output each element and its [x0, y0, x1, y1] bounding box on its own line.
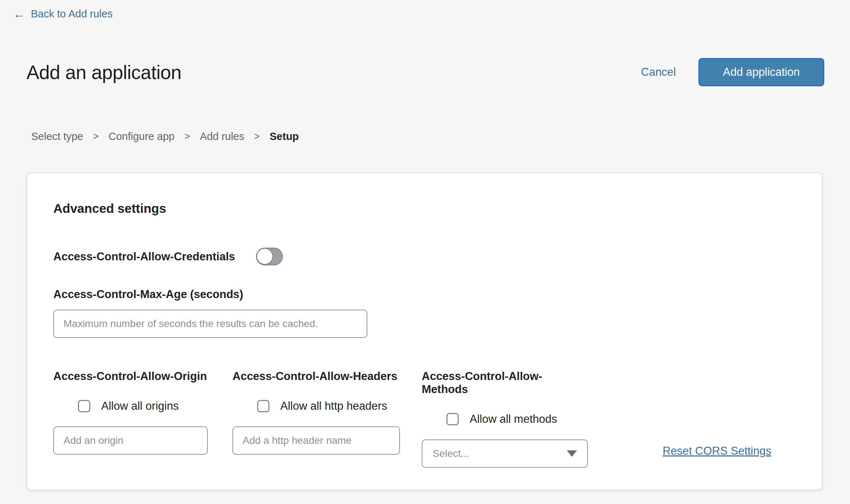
breadcrumb-step-setup: Setup: [270, 131, 299, 142]
breadcrumb-separator: >: [93, 131, 99, 142]
max-age-input[interactable]: [53, 310, 367, 338]
allow-methods-label: Access-Control-Allow-Methods: [422, 370, 588, 396]
allow-all-methods-checkbox[interactable]: [446, 413, 459, 425]
methods-select[interactable]: Select...: [422, 439, 588, 468]
breadcrumb-step-configure-app[interactable]: Configure app: [108, 131, 174, 142]
breadcrumb-separator: >: [254, 131, 260, 142]
allow-all-origins-checkbox[interactable]: [78, 400, 90, 412]
add-application-button[interactable]: Add application: [698, 58, 824, 86]
chevron-down-icon: [567, 450, 577, 457]
breadcrumb: Select type > Configure app > Add rules …: [31, 131, 299, 142]
allow-credentials-field: Access-Control-Allow-Credentials: [53, 248, 797, 265]
card-content: Advanced settings Access-Control-Allow-C…: [53, 201, 797, 489]
add-header-input[interactable]: [232, 426, 400, 455]
allow-headers-column: Access-Control-Allow-Headers Allow all h…: [232, 370, 400, 468]
advanced-settings-heading: Advanced settings: [53, 201, 797, 216]
allow-credentials-label: Access-Control-Allow-Credentials: [53, 250, 235, 263]
back-arrow-icon: ←: [13, 8, 25, 20]
methods-select-value: Select...: [433, 448, 469, 459]
back-link-label: Back to Add rules: [31, 8, 113, 20]
back-to-add-rules-link[interactable]: ← Back to Add rules: [13, 8, 113, 20]
max-age-label: Access-Control-Max-Age (seconds): [53, 288, 797, 301]
allow-headers-label: Access-Control-Allow-Headers: [232, 370, 400, 383]
add-origin-input[interactable]: [53, 426, 208, 455]
allow-origin-label: Access-Control-Allow-Origin: [53, 370, 208, 383]
allow-all-origins-label: Allow all origins: [101, 400, 179, 413]
reset-cors-settings-link[interactable]: Reset CORS Settings: [663, 445, 771, 458]
cancel-button[interactable]: Cancel: [641, 66, 676, 79]
allow-methods-column: Access-Control-Allow-Methods Allow all m…: [422, 370, 588, 468]
advanced-settings-card: Advanced settings Access-Control-Allow-C…: [26, 172, 823, 490]
allow-credentials-toggle[interactable]: [256, 248, 283, 265]
breadcrumb-separator: >: [184, 131, 190, 142]
toggle-knob: [256, 248, 273, 265]
page-header: Add an application Cancel Add applicatio…: [26, 57, 824, 87]
allow-all-headers-checkbox[interactable]: [257, 400, 269, 412]
page-title: Add an application: [26, 61, 181, 83]
allow-all-headers-row: Allow all http headers: [257, 400, 400, 413]
header-actions: Cancel Add application: [641, 58, 825, 86]
allow-all-methods-row: Allow all methods: [446, 413, 588, 426]
breadcrumb-step-add-rules[interactable]: Add rules: [200, 131, 244, 142]
allow-all-headers-label: Allow all http headers: [280, 400, 387, 413]
allow-all-origins-row: Allow all origins: [78, 400, 208, 413]
allow-all-methods-label: Allow all methods: [470, 413, 557, 426]
allow-origin-column: Access-Control-Allow-Origin Allow all or…: [53, 370, 208, 468]
breadcrumb-step-select-type[interactable]: Select type: [31, 131, 83, 142]
